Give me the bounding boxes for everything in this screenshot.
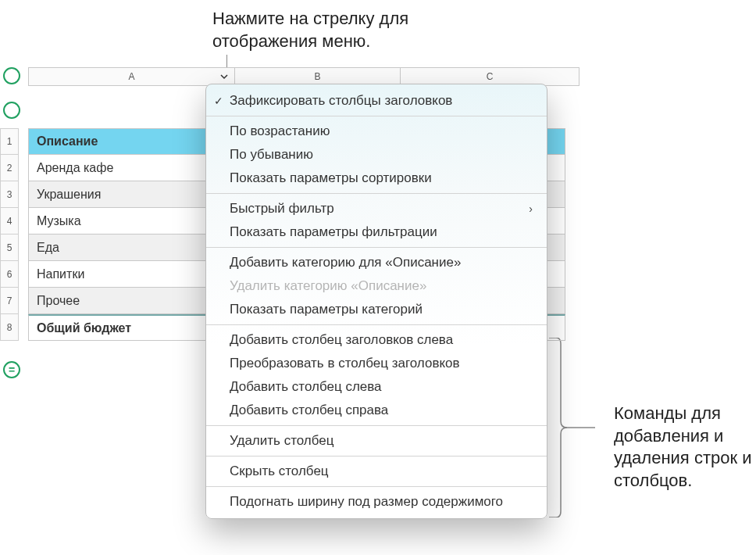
- menu-quick-filter[interactable]: Быстрый фильтр ›: [206, 197, 547, 220]
- menu-add-header-column-left[interactable]: Добавить столбец заголовков слева: [206, 328, 547, 352]
- menu-add-column-left[interactable]: Добавить столбец слева: [206, 375, 547, 399]
- column-header-label: B: [314, 71, 320, 82]
- row-number[interactable]: 6: [0, 261, 19, 288]
- row-number[interactable]: 2: [0, 155, 19, 181]
- column-header-a[interactable]: A: [28, 68, 234, 85]
- menu-add-column-right[interactable]: Добавить столбец справа: [206, 399, 547, 422]
- row-number[interactable]: 4: [0, 208, 19, 235]
- menu-remove-category: Удалить категорию «Описание»: [206, 274, 547, 298]
- table-handle[interactable]: [3, 102, 20, 119]
- table-cell: Украшения: [29, 188, 109, 202]
- table-cell: Музыка: [29, 214, 89, 228]
- menu-show-category-options[interactable]: Показать параметры категорий: [206, 298, 547, 321]
- menu-sort-descending[interactable]: По убыванию: [206, 143, 547, 166]
- column-header-label: A: [128, 71, 134, 82]
- add-row-icon: =: [9, 364, 15, 375]
- column-header-b[interactable]: B: [234, 68, 400, 85]
- row-number[interactable]: 5: [0, 235, 19, 261]
- table-cell: Прочее: [29, 294, 87, 308]
- chevron-right-icon: ›: [529, 202, 533, 215]
- menu-separator: [206, 193, 547, 194]
- add-row-handle[interactable]: =: [3, 361, 20, 378]
- column-header-label: C: [487, 71, 494, 82]
- menu-separator: [206, 425, 547, 426]
- column-header-c[interactable]: C: [400, 68, 579, 85]
- menu-fit-width-to-content[interactable]: Подогнать ширину под размер содержимого: [206, 490, 547, 514]
- menu-item-label: Быстрый фильтр: [230, 201, 334, 217]
- row-number[interactable]: 7: [0, 288, 19, 314]
- menu-separator: [206, 324, 547, 325]
- menu-separator: [206, 116, 547, 116]
- menu-show-sort-options[interactable]: Показать параметры сортировки: [206, 166, 547, 190]
- menu-freeze-header-columns[interactable]: Зафиксировать столбцы заголовков: [206, 89, 547, 113]
- table-total-cell: Общий бюджет: [29, 321, 139, 335]
- table-cell: Еда: [29, 241, 67, 255]
- menu-separator: [206, 456, 547, 457]
- table-cell: Аренда кафе: [29, 161, 121, 175]
- column-context-menu: Зафиксировать столбцы заголовков По возр…: [205, 84, 547, 519]
- row-number[interactable]: 8: [0, 314, 19, 341]
- table-header-cell: Описание: [29, 134, 105, 149]
- row-number[interactable]: 3: [0, 181, 19, 208]
- menu-separator: [206, 486, 547, 487]
- menu-hide-column[interactable]: Скрыть столбец: [206, 460, 547, 483]
- menu-sort-ascending[interactable]: По возрастанию: [206, 120, 547, 143]
- menu-show-filter-options[interactable]: Показать параметры фильтрации: [206, 220, 547, 244]
- menu-delete-column[interactable]: Удалить столбец: [206, 429, 547, 453]
- select-all-handle[interactable]: [3, 67, 20, 84]
- menu-add-category[interactable]: Добавить категорию для «Описание»: [206, 251, 547, 274]
- annotation-top: Нажмите на стрелку для отображения меню.: [212, 8, 494, 52]
- menu-convert-to-header-column[interactable]: Преобразовать в столбец заголовков: [206, 352, 547, 375]
- row-number-gutter: 1 2 3 4 5 6 7 8: [0, 128, 19, 341]
- column-dropdown-arrow[interactable]: [217, 70, 231, 84]
- menu-separator: [206, 247, 547, 248]
- table-cell: Напитки: [29, 267, 92, 281]
- row-number[interactable]: 1: [0, 128, 19, 155]
